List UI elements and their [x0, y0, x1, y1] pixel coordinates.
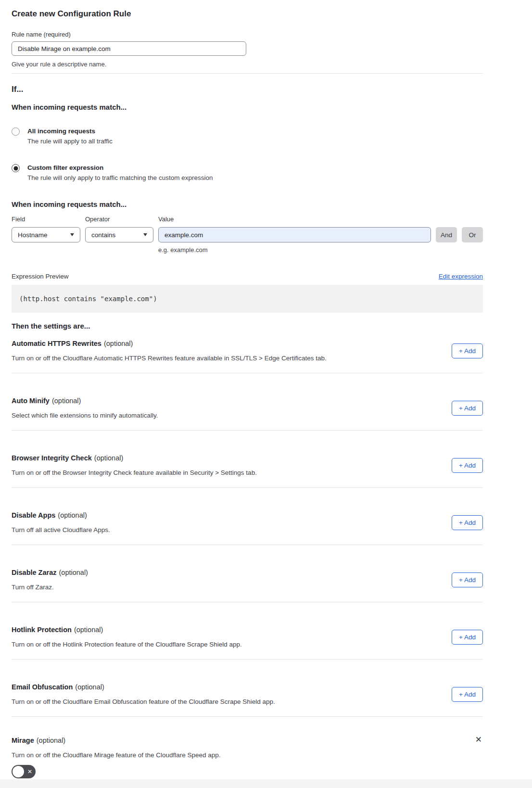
- expression-preview-label: Expression Preview: [12, 272, 69, 280]
- setting-row-mirage: Mirage(optional) ✕ Turn on or off the Cl…: [12, 717, 483, 778]
- and-button[interactable]: And: [436, 227, 457, 242]
- rule-name-label: Rule name (required): [12, 31, 483, 38]
- radio-option-custom-filter-expression[interactable]: Custom filter expression The rule will o…: [12, 164, 483, 182]
- rule-name-help: Give your rule a descriptive name.: [12, 61, 483, 68]
- operator-select-value: contains: [91, 231, 115, 239]
- setting-title: Hotlink Protection: [12, 626, 72, 634]
- field-select-value: Hostname: [18, 231, 48, 239]
- setting-title: Email Obfuscation: [12, 683, 73, 691]
- edit-expression-link[interactable]: Edit expression: [439, 272, 483, 280]
- page-title: Create new Configuration Rule: [12, 9, 483, 19]
- add-button[interactable]: + Add: [452, 343, 483, 358]
- value-input[interactable]: [158, 227, 431, 242]
- add-button[interactable]: + Add: [452, 458, 483, 473]
- radio-option-description: The rule will only apply to traffic matc…: [27, 174, 213, 182]
- optional-tag: (optional): [75, 683, 104, 691]
- radio-option-label: All incoming requests: [27, 127, 113, 136]
- setting-title: Browser Integrity Check: [12, 454, 92, 462]
- settings-heading: Then the settings are...: [12, 321, 483, 330]
- operator-label: Operator: [85, 216, 153, 223]
- setting-title: Disable Zaraz: [12, 569, 57, 576]
- setting-title: Automatic HTTPS Rewrites: [12, 340, 101, 347]
- radio-checked-icon[interactable]: [12, 164, 20, 172]
- setting-description: Select which file extensions to minify a…: [12, 411, 158, 419]
- if-heading: If...: [12, 84, 483, 95]
- setting-row-auto-minify: Auto Minify(optional) Select which file …: [12, 373, 483, 431]
- setting-description: Turn on or off the Hotlink Protection fe…: [12, 640, 242, 648]
- matcher-heading: When incoming requests match...: [12, 200, 483, 209]
- setting-row-disable-apps: Disable Apps(optional) Turn off all acti…: [12, 488, 483, 545]
- setting-description: Turn on or off the Cloudflare Automatic …: [12, 354, 327, 362]
- value-hint: e.g. example.com: [158, 246, 483, 254]
- add-button[interactable]: + Add: [452, 572, 483, 587]
- optional-tag: (optional): [37, 737, 65, 744]
- setting-description: Turn on or off the Cloudflare Email Obfu…: [12, 698, 275, 706]
- radio-option-label: Custom filter expression: [27, 164, 213, 172]
- toggle-x-icon: ✕: [27, 769, 32, 775]
- setting-row-browser-integrity-check: Browser Integrity Check(optional) Turn o…: [12, 431, 483, 488]
- radio-option-description: The rule will apply to all traffic: [27, 137, 113, 146]
- setting-title: Auto Minify: [12, 397, 50, 405]
- toggle-knob-icon: [13, 766, 24, 777]
- optional-tag: (optional): [94, 454, 123, 462]
- radio-unchecked-icon[interactable]: [12, 127, 20, 136]
- optional-tag: (optional): [59, 569, 88, 576]
- setting-row-disable-zaraz: Disable Zaraz(optional) Turn off Zaraz. …: [12, 545, 483, 602]
- expression-preview-code: (http.host contains "example.com"): [19, 295, 157, 303]
- section-divider: [12, 73, 483, 74]
- setting-description: Turn off all active Cloudflare Apps.: [12, 526, 110, 534]
- setting-description: Turn off Zaraz.: [12, 583, 88, 591]
- or-button[interactable]: Or: [462, 227, 483, 242]
- rule-name-input[interactable]: [12, 41, 246, 56]
- optional-tag: (optional): [58, 511, 87, 519]
- incoming-requests-subheading: When incoming requests match...: [12, 102, 483, 112]
- setting-description: Turn on or off the Cloudflare Mirage fea…: [12, 751, 483, 759]
- matcher-row: Hostname contains And Or: [12, 227, 483, 242]
- optional-tag: (optional): [104, 340, 133, 347]
- chevron-down-icon: [143, 233, 147, 236]
- optional-tag: (optional): [74, 626, 103, 634]
- close-icon[interactable]: ✕: [474, 735, 483, 745]
- add-button[interactable]: + Add: [452, 401, 483, 416]
- chevron-down-icon: [70, 233, 74, 236]
- configuration-rule-page: Create new Configuration Rule Rule name …: [0, 0, 532, 778]
- operator-select[interactable]: contains: [85, 227, 153, 242]
- add-button[interactable]: + Add: [452, 687, 483, 702]
- setting-title: Disable Apps: [12, 511, 55, 519]
- expression-preview-box: (http.host contains "example.com"): [12, 285, 483, 313]
- add-button[interactable]: + Add: [452, 515, 483, 530]
- optional-tag: (optional): [52, 397, 81, 405]
- matcher-column-labels: Field Operator Value: [12, 216, 483, 223]
- setting-description: Turn on or off the Browser Integrity Che…: [12, 469, 257, 477]
- add-button[interactable]: + Add: [452, 630, 483, 645]
- setting-row-email-obfuscation: Email Obfuscation(optional) Turn on or o…: [12, 660, 483, 717]
- setting-row-automatic-https-rewrites: Automatic HTTPS Rewrites(optional) Turn …: [12, 330, 483, 373]
- value-label: Value: [158, 216, 431, 223]
- radio-option-all-incoming-requests[interactable]: All incoming requests The rule will appl…: [12, 127, 483, 146]
- setting-row-hotlink-protection: Hotlink Protection(optional) Turn on or …: [12, 602, 483, 660]
- setting-title: Mirage: [12, 737, 34, 744]
- footer-band: [0, 779, 532, 788]
- field-label: Field: [12, 216, 80, 223]
- field-select[interactable]: Hostname: [12, 227, 80, 242]
- mirage-toggle[interactable]: ✕: [12, 765, 36, 778]
